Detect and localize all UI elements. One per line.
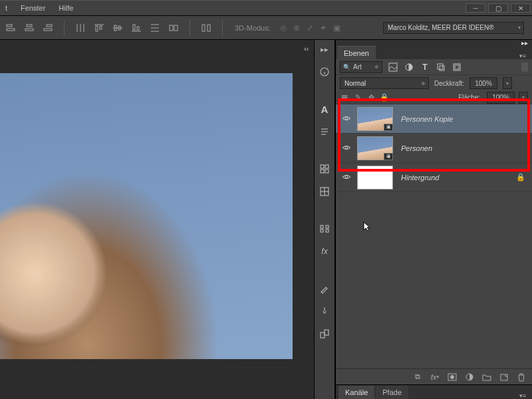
svg-point-50 xyxy=(345,117,348,120)
smartobject-badge-icon: ▣ xyxy=(384,124,393,131)
layer-thumb[interactable] xyxy=(357,166,393,190)
layer-row[interactable]: Hintergrund 🔒 xyxy=(336,163,532,192)
new-group-icon[interactable] xyxy=(481,372,492,382)
layer-name[interactable]: Hintergrund xyxy=(401,174,439,182)
layer-name[interactable]: Personen xyxy=(401,144,432,152)
swatches-panel-icon[interactable] xyxy=(318,162,331,176)
subpanel-menu-icon[interactable]: ▾≡ xyxy=(517,392,528,399)
layer-thumb[interactable]: ▣ xyxy=(357,107,393,131)
fill-dropdown-icon[interactable]: ▾ xyxy=(519,92,528,104)
svg-rect-48 xyxy=(454,64,460,70)
svg-point-54 xyxy=(450,375,454,379)
layer-row[interactable]: ▣ Personen xyxy=(336,134,532,163)
more-align-icon[interactable] xyxy=(200,21,213,35)
svg-rect-10 xyxy=(96,26,98,31)
svg-rect-11 xyxy=(100,26,102,29)
svg-rect-46 xyxy=(438,64,443,69)
filter-kind-picker[interactable]: 🔍Art ≑ xyxy=(340,61,382,73)
align-left-icon[interactable] xyxy=(4,21,17,35)
smart-filter-icon[interactable] xyxy=(452,62,462,72)
tab-paths[interactable]: Pfade xyxy=(376,386,408,399)
brush-preset-icon[interactable] xyxy=(318,305,331,318)
adjustment-layer-icon[interactable] xyxy=(464,372,475,382)
svg-rect-21 xyxy=(170,25,173,31)
canvas-image xyxy=(0,73,293,359)
document-area[interactable]: ‹‹ xyxy=(0,40,314,399)
layer-list[interactable]: ▣ Personen Kopie ▣ Personen Hintergrund … xyxy=(336,104,532,368)
svg-rect-44 xyxy=(389,63,397,71)
dolly-icon: ⤢ xyxy=(307,23,313,33)
pixel-filter-icon[interactable] xyxy=(388,62,398,72)
lock-transparent-icon[interactable]: ▦ xyxy=(340,93,349,102)
svg-rect-49 xyxy=(455,65,459,69)
svg-rect-43 xyxy=(325,330,329,335)
shape-filter-icon[interactable] xyxy=(436,62,446,72)
svg-rect-13 xyxy=(114,25,116,31)
svg-rect-16 xyxy=(133,25,135,30)
thumbnails-panel-icon[interactable] xyxy=(318,222,331,235)
window-close-icon[interactable]: ✕ xyxy=(511,3,531,13)
align-right-icon[interactable] xyxy=(41,21,55,35)
distribute-v-icon[interactable] xyxy=(148,21,162,35)
lock-all-icon[interactable]: 🔒 xyxy=(380,93,389,102)
svg-rect-35 xyxy=(321,188,329,196)
svg-rect-3 xyxy=(25,29,33,31)
blend-mode-picker[interactable]: Normal≑ xyxy=(340,77,429,89)
tab-channels[interactable]: Kanäle xyxy=(338,386,374,399)
eye-icon[interactable] xyxy=(342,114,351,124)
opacity-dropdown-icon[interactable]: ▾ xyxy=(503,77,512,89)
svg-point-25 xyxy=(321,68,329,76)
svg-rect-32 xyxy=(325,165,329,168)
distribute-h-icon[interactable] xyxy=(74,21,87,35)
new-layer-icon[interactable] xyxy=(499,372,509,382)
fill-value[interactable]: 100% xyxy=(487,92,515,104)
panel-menu-icon[interactable]: ▾≡ xyxy=(517,53,528,59)
rail-collapse-icon[interactable]: ▸▸ xyxy=(318,43,331,56)
svg-rect-38 xyxy=(321,225,323,228)
expand-panels-icon[interactable]: ‹‹ xyxy=(304,45,309,53)
menu-hilfe[interactable]: Hilfe xyxy=(59,4,73,12)
smartobject-badge-icon: ▣ xyxy=(384,153,393,160)
camera-icon: ▣ xyxy=(333,23,340,33)
auto-align-icon[interactable] xyxy=(167,21,180,35)
layer-fx-icon[interactable]: fx▾ xyxy=(430,372,440,382)
clone-source-icon[interactable] xyxy=(318,327,331,340)
layer-row[interactable]: ▣ Personen Kopie xyxy=(336,104,532,134)
window-max-icon[interactable]: ▢ xyxy=(488,3,508,13)
layer-mask-icon[interactable] xyxy=(447,372,458,382)
svg-point-45 xyxy=(406,64,412,70)
paragraph-panel-icon[interactable] xyxy=(318,125,331,138)
svg-rect-31 xyxy=(321,165,324,168)
align-vcenter-icon[interactable] xyxy=(111,21,124,35)
menu-item[interactable]: t xyxy=(5,4,7,12)
opacity-value[interactable]: 100% xyxy=(469,77,497,89)
layer-name[interactable]: Personen Kopie xyxy=(401,115,453,123)
panel-expand-icon[interactable]: ▸▸ xyxy=(521,39,528,47)
adjust-filter-icon[interactable] xyxy=(404,62,414,72)
eye-icon[interactable] xyxy=(342,172,351,183)
grid-panel-icon[interactable] xyxy=(318,185,331,198)
delete-layer-icon[interactable] xyxy=(516,372,527,382)
filter-toggle[interactable] xyxy=(521,63,528,72)
character-panel-icon[interactable]: A xyxy=(318,102,331,116)
tab-layers[interactable]: Ebenen xyxy=(337,46,376,59)
lock-image-icon[interactable]: ✎ xyxy=(353,93,362,102)
type-filter-icon[interactable]: T xyxy=(420,62,430,72)
lock-position-icon[interactable]: ✥ xyxy=(366,93,376,102)
window-min-icon[interactable]: ─ xyxy=(466,3,485,13)
lock-icon: 🔒 xyxy=(516,173,525,182)
svg-rect-56 xyxy=(501,374,507,380)
align-hcenter-icon[interactable] xyxy=(23,21,36,35)
align-bottom-icon[interactable] xyxy=(130,21,143,35)
eye-icon[interactable] xyxy=(342,143,351,154)
layer-thumb[interactable]: ▣ xyxy=(357,136,393,160)
align-top-icon[interactable] xyxy=(92,21,106,35)
svg-rect-1 xyxy=(7,29,15,31)
menu-fenster[interactable]: Fenster xyxy=(21,4,45,12)
workspace-picker[interactable]: Marco Kolditz, MEER DER IDEEN®▾ xyxy=(383,22,524,34)
link-layers-icon[interactable]: ⧉ xyxy=(412,372,423,382)
brush-panel-icon[interactable] xyxy=(318,282,331,295)
svg-rect-47 xyxy=(440,66,444,70)
styles-panel-icon[interactable]: fx xyxy=(318,245,331,258)
info-panel-icon[interactable] xyxy=(318,65,331,78)
